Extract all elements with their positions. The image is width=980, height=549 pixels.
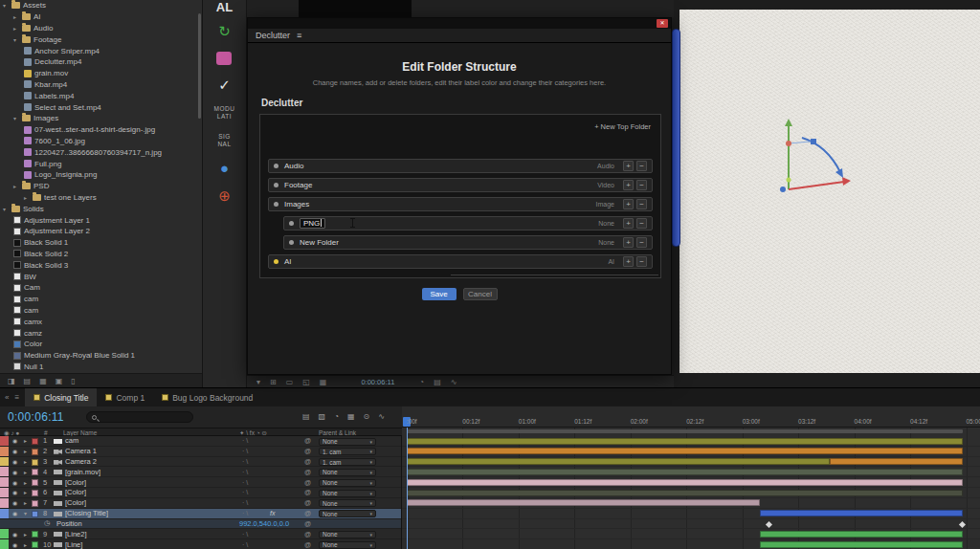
camera-app-icon[interactable] [216,52,232,65]
project-panel-scrollbar[interactable] [198,13,201,119]
label-color-chip[interactable] [32,490,38,496]
cancel-button[interactable]: Cancel [463,288,498,300]
twisty-icon[interactable]: ▾ [3,2,9,9]
tree-item-folder[interactable]: ▸Audio [0,23,198,34]
layer-switches[interactable]: · \ [242,488,248,497]
current-time-indicator-line[interactable] [407,428,408,549]
track-row[interactable] [402,447,980,457]
layer-duration-bar[interactable] [760,541,962,548]
layer-duration-bar[interactable] [407,458,830,465]
comp-mini-flowchart-icon[interactable]: ▤ [302,412,310,421]
tree-item-solid[interactable]: Medium Gray-Royal Blue Solid 1 [0,350,198,362]
signal-label[interactable]: SIGNAL [217,133,231,148]
draft-3d-icon[interactable]: ▧ [319,412,326,421]
twisty-icon[interactable]: ▸ [13,25,19,32]
label-color-chip[interactable] [32,459,38,466]
layer-row[interactable]: ◉▸2Camera 1· \@1. cam▾ [0,447,401,457]
layer-row[interactable]: ◉▸3Camera 2· \@1. cam▾ [0,457,401,468]
folder-dot-icon[interactable] [274,183,278,187]
parent-link-dropdown[interactable]: None▾ [319,479,376,487]
tree-item-folder[interactable]: ▾Solids [0,203,198,214]
pickwhip-icon[interactable]: @ [304,467,311,476]
layer-row[interactable]: ◉▸9[Line2]· \@None▾ [0,529,401,539]
zoom-menu-icon[interactable]: ▾ [256,378,260,386]
pickwhip-icon[interactable]: @ [304,509,311,518]
pickwhip-icon[interactable]: @ [304,519,311,529]
pickwhip-icon[interactable]: @ [304,488,311,497]
delete-icon[interactable]: ▯ [71,377,75,385]
property-value[interactable]: 992.0,540.0,0.0 [239,519,289,529]
layer-row[interactable]: ◉▸1cam· \@None▾ [0,436,401,447]
tree-item-file[interactable]: 1220427..38666680760394717_n.jpg [0,146,198,158]
folder-row[interactable]: FootageVideo+− [268,178,653,192]
pickwhip-icon[interactable]: @ [304,477,311,487]
timeline-tab[interactable]: Bug Logo Background [153,388,261,406]
transform-gizmo-icon[interactable] [760,117,859,205]
folder-row[interactable]: AudioAudio+− [268,159,653,173]
track-row[interactable] [402,509,980,519]
graph-editor-icon[interactable]: ∿ [378,412,385,421]
visibility-eye-icon[interactable]: ◉ [12,498,17,508]
folder-row[interactable]: ImagesImage+− [268,197,653,211]
save-button[interactable]: Save [422,288,457,300]
layer-duration-bar[interactable] [407,438,963,445]
track-row[interactable] [402,519,980,530]
tree-item-file[interactable]: Declutter.mp4 [0,56,198,68]
visibility-eye-icon[interactable]: ◉ [12,539,17,549]
modulation-label[interactable]: MODULATI [214,105,235,121]
tree-item-solid[interactable]: Color [0,339,198,350]
layer-switches[interactable]: · \ [242,477,248,487]
visibility-eye-icon[interactable]: ◉ [12,529,17,538]
layer-switches[interactable]: · \ [242,509,248,518]
visibility-eye-icon[interactable]: ◉ [12,436,17,446]
parent-link-dropdown[interactable]: 1. cam▾ [319,458,376,466]
layer-duration-bar[interactable] [407,499,761,506]
twisty-icon[interactable]: ▸ [13,13,19,20]
tree-item-folder[interactable]: ▸PSD [0,181,198,192]
panel-menu-icon[interactable]: ≡ [297,31,301,40]
target-icon[interactable]: ⊕ [218,188,231,204]
label-color-chip[interactable] [32,500,38,507]
twisty-icon[interactable]: ▸ [24,194,30,201]
layer-switches[interactable]: · \ [242,436,248,446]
layer-twisty-icon[interactable]: ▸ [24,436,27,446]
checkmark-icon[interactable]: ✓ [218,77,231,93]
label-color-chip[interactable] [32,541,38,548]
visibility-eye-icon[interactable]: ◉ [12,467,17,476]
pickwhip-icon[interactable]: @ [304,457,311,467]
parent-link-dropdown[interactable]: None▾ [319,541,376,549]
layer-name-header[interactable]: Layer Name [63,429,97,436]
tree-item-file[interactable]: grain.mov [0,68,198,79]
twisty-icon[interactable]: ▾ [3,206,9,212]
twisty-icon[interactable]: ▾ [13,36,19,43]
tree-item-file[interactable]: Logo_Insignia.png [0,169,198,181]
layer-twisty-icon[interactable]: ▸ [24,457,27,467]
composition-canvas[interactable] [679,10,980,373]
tree-item-solid[interactable]: camx [0,316,198,327]
tree-item-file[interactable]: Labels.mp4 [0,90,198,101]
keyframe-icon[interactable] [765,520,771,527]
folder-row[interactable]: PNGNone+− [283,216,653,231]
tree-item-solid[interactable]: Black Solid 1 [0,237,198,249]
layer-twisty-icon[interactable]: ▾ [24,509,27,518]
tree-item-solid[interactable]: Null 1 [0,362,198,373]
remove-folder-button[interactable]: − [636,199,647,209]
mask-visibility-icon[interactable]: ▭ [286,378,294,386]
layer-twisty-icon[interactable]: ▸ [24,477,27,487]
layer-twisty-icon[interactable]: ▸ [24,488,27,497]
motion-blur-icon[interactable]: ⊙ [364,412,370,421]
add-folder-button[interactable]: + [623,161,634,171]
new-composition-icon[interactable]: ▣ [56,377,63,385]
parent-link-header[interactable]: Parent & Link [319,429,356,436]
tree-item-folder[interactable]: ▸AI [0,11,198,23]
layer-switches[interactable]: · \ [242,447,248,456]
layer-twisty-icon[interactable]: ▸ [24,529,27,538]
remove-folder-button[interactable]: − [636,180,647,190]
visibility-eye-icon[interactable]: ◉ [12,509,17,518]
tree-item-folder[interactable]: ▾Footage [0,33,198,45]
recycle-icon[interactable]: ↻ [218,24,231,39]
remove-folder-button[interactable]: − [636,256,647,267]
track-row[interactable] [402,498,980,509]
track-row[interactable] [402,488,980,498]
visibility-eye-icon[interactable]: ◉ [12,447,17,456]
